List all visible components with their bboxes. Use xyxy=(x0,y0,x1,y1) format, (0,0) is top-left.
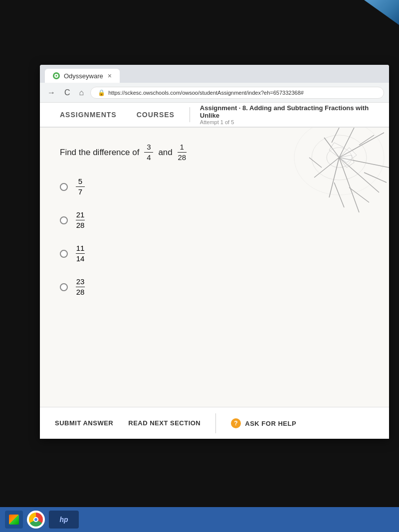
fraction-answer-a: 5 7 xyxy=(76,177,85,196)
tab-label: Odysseyware xyxy=(64,72,103,80)
monitor-frame: Odysseyware × → C ⌂ 🔒 https://sckesc.ows… xyxy=(0,0,399,532)
fraction2-numerator: 1 xyxy=(178,143,187,153)
assignment-title: Assignment · 8. Adding and Subtracting F… xyxy=(200,104,374,119)
chrome-icon xyxy=(29,513,43,527)
help-icon: ? xyxy=(231,418,241,428)
assignment-attempt: Attempt 1 of 5 xyxy=(200,119,374,125)
fraction-1: 3 4 xyxy=(144,143,153,162)
question-text-middle: and xyxy=(158,148,172,158)
nav-home-button[interactable]: ⌂ xyxy=(77,87,87,98)
site-nav: ASSIGNMENTS COURSES Assignment · 8. Addi… xyxy=(40,103,389,128)
url-text: https://sckesc.owschools.com/owsoo/stude… xyxy=(108,90,304,96)
tab-close-button[interactable]: × xyxy=(108,72,112,80)
question-text: Find the difference of 3 4 and 1 28 xyxy=(60,143,369,162)
radio-d[interactable] xyxy=(60,283,68,291)
fraction1-numerator: 3 xyxy=(144,143,153,153)
fraction-2: 1 28 xyxy=(178,143,187,162)
answer-option-b[interactable]: 21 28 xyxy=(60,210,369,230)
answer-choices: 5 7 21 28 11 14 xyxy=(60,177,369,297)
submit-answer-button[interactable]: SUBMIT ANSWER xyxy=(55,416,113,431)
browser-tab[interactable]: Odysseyware × xyxy=(45,69,120,83)
radio-b[interactable] xyxy=(60,216,68,224)
fraction2-denominator: 28 xyxy=(178,153,187,162)
hp-taskbar-item[interactable]: hp xyxy=(49,511,79,529)
nav-assignments[interactable]: ASSIGNMENTS xyxy=(50,104,127,126)
start-button[interactable] xyxy=(5,511,23,529)
action-bar: SUBMIT ANSWER READ NEXT SECTION ? ASK FO… xyxy=(40,407,389,439)
answer-option-a[interactable]: 5 7 xyxy=(60,177,369,196)
lock-icon: 🔒 xyxy=(98,89,105,96)
nav-back-button[interactable]: → xyxy=(45,87,58,98)
browser-window: Odysseyware × → C ⌂ 🔒 https://sckesc.ows… xyxy=(40,65,389,439)
corner-accent xyxy=(364,0,399,25)
answer-option-d[interactable]: 23 28 xyxy=(60,277,369,297)
taskbar: hp xyxy=(0,507,399,532)
action-divider xyxy=(215,413,216,433)
assignment-info: Assignment · 8. Adding and Subtracting F… xyxy=(195,104,379,125)
radio-c[interactable] xyxy=(60,250,68,258)
chrome-center-dot xyxy=(33,517,38,522)
fraction1-denominator: 4 xyxy=(144,153,153,162)
nav-courses[interactable]: COURSES xyxy=(127,104,185,126)
address-bar: → C ⌂ 🔒 https://sckesc.owschools.com/ows… xyxy=(40,83,389,103)
read-next-section-button[interactable]: READ NEXT SECTION xyxy=(128,416,200,431)
answer-option-c[interactable]: 11 14 xyxy=(60,244,369,263)
fraction-answer-d: 23 28 xyxy=(76,277,85,297)
content-area: Find the difference of 3 4 and 1 28 5 xyxy=(40,128,389,407)
nav-refresh-button[interactable]: C xyxy=(62,87,73,98)
windows-icon xyxy=(9,515,19,525)
fraction-answer-c: 11 14 xyxy=(76,244,85,263)
tab-favicon xyxy=(53,72,60,79)
url-bar[interactable]: 🔒 https://sckesc.owschools.com/owsoo/stu… xyxy=(90,87,384,99)
nav-divider xyxy=(190,107,190,122)
tab-bar: Odysseyware × xyxy=(40,65,389,83)
svg-line-14 xyxy=(332,128,339,143)
ask-help-label: ASK FOR HELP xyxy=(245,420,296,427)
ask-for-help-button[interactable]: ? ASK FOR HELP xyxy=(231,418,296,428)
question-text-before: Find the difference of xyxy=(60,148,139,158)
radio-a[interactable] xyxy=(60,183,68,191)
fraction-answer-b: 21 28 xyxy=(76,210,85,230)
chrome-taskbar-icon[interactable] xyxy=(27,511,45,529)
